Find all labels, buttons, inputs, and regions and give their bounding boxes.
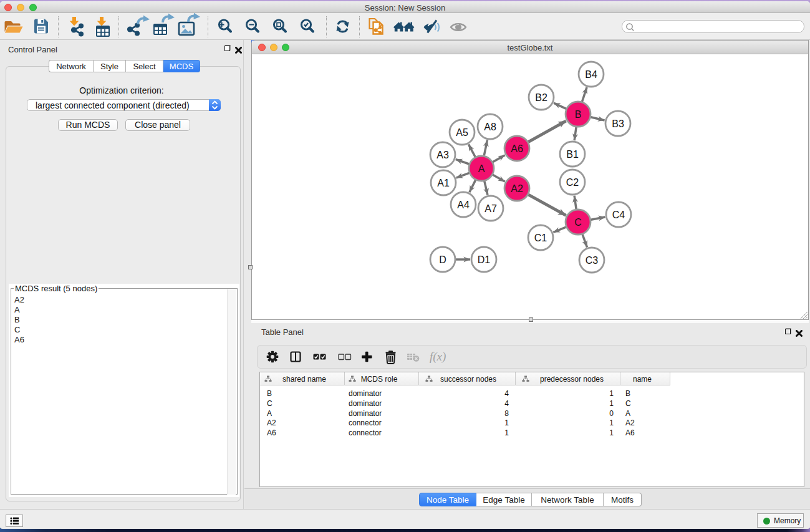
svg-text:B: B bbox=[575, 109, 582, 120]
svg-text:C1: C1 bbox=[534, 233, 547, 243]
svg-text:B1: B1 bbox=[566, 149, 579, 160]
svg-text:B3: B3 bbox=[612, 118, 624, 129]
svg-text:A1: A1 bbox=[437, 178, 450, 188]
svg-text:A7: A7 bbox=[485, 203, 497, 214]
svg-text:A8: A8 bbox=[484, 122, 496, 132]
svg-text:A6: A6 bbox=[511, 143, 523, 154]
svg-text:A2: A2 bbox=[511, 183, 523, 194]
svg-text:A5: A5 bbox=[456, 127, 468, 138]
svg-text:C3: C3 bbox=[586, 255, 599, 266]
svg-text:C: C bbox=[574, 217, 582, 228]
svg-text:C2: C2 bbox=[566, 177, 579, 188]
svg-text:A: A bbox=[478, 163, 485, 174]
svg-text:B2: B2 bbox=[535, 92, 547, 103]
svg-text:B4: B4 bbox=[585, 69, 597, 80]
svg-text:A3: A3 bbox=[436, 150, 449, 160]
svg-text:C4: C4 bbox=[612, 210, 625, 220]
svg-text:A4: A4 bbox=[457, 200, 470, 210]
svg-text:f(x): f(x) bbox=[430, 350, 446, 364]
svg-text:D: D bbox=[439, 254, 446, 265]
svg-text:D1: D1 bbox=[478, 254, 491, 265]
